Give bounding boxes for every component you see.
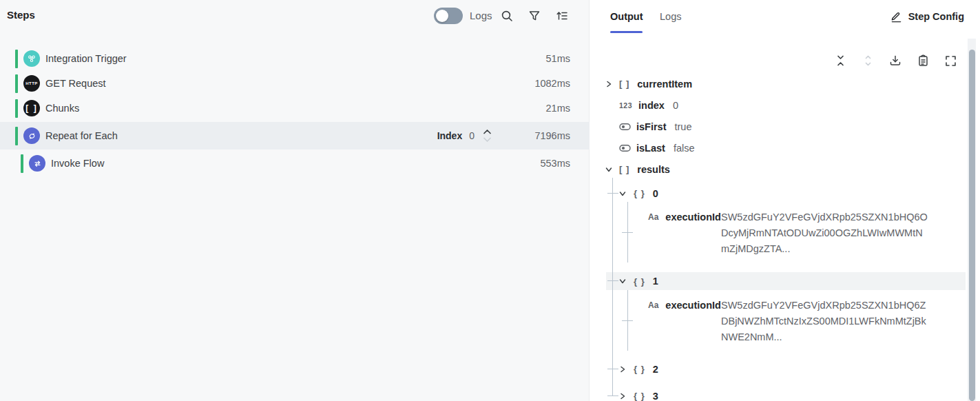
boolean-type-icon [619, 121, 631, 132]
tree-row-result-3[interactable]: { } 3 [590, 387, 658, 401]
object-type-icon: { } [634, 188, 645, 198]
tree-key: 2 [653, 364, 658, 375]
http-icon: HTTP [23, 75, 40, 92]
step-status-bar [21, 154, 23, 173]
fullscreen-icon[interactable] [944, 54, 957, 67]
tree-row-highlight [606, 272, 966, 290]
array-type-icon: [ ] [619, 164, 629, 174]
tree-key: 3 [653, 391, 658, 401]
tree-row-executionId-1[interactable]: Aa executionId SW5zdGFuY2VFeGVjdXRpb25SZ… [590, 298, 721, 345]
index-decrement-icon[interactable] [483, 137, 492, 143]
tree-key: currentItem [637, 79, 692, 90]
tree-row-result-2[interactable]: { } 2 [590, 360, 658, 378]
step-name: Integration Trigger [45, 53, 127, 64]
tree-row-index[interactable]: 123 index 0 [590, 96, 678, 114]
step-name: Repeat for Each [45, 130, 118, 141]
chevron-right-icon[interactable] [618, 392, 626, 400]
number-type-icon: 123 [619, 101, 632, 110]
tree-row-result-0[interactable]: { } 0 [590, 185, 658, 202]
tree-key: results [637, 164, 670, 175]
step-config-label: Step Config [908, 11, 964, 22]
object-type-icon: { } [634, 276, 645, 287]
tree-row-executionId-0[interactable]: Aa executionId SW5zdGFuY2VFeGVjdXRpb25SZ… [590, 209, 721, 257]
tree-row-isLast[interactable]: isLast false [590, 139, 695, 156]
index-label: Index [437, 130, 463, 141]
tree-value: 0 [673, 100, 678, 111]
brackets-icon-glyph: [ ] [25, 103, 37, 114]
tree-row-currentItem[interactable]: [ ] currentItem [590, 75, 692, 92]
output-panel: Output Logs Step Config [590, 0, 980, 401]
chevron-right-icon[interactable] [618, 365, 626, 373]
step-status-bar [15, 74, 18, 93]
tree-key: isFirst [636, 121, 667, 132]
integration-trigger-icon [23, 50, 40, 67]
step-row-repeat-for-each[interactable]: Repeat for Each Index 0 7196ms [0, 122, 590, 150]
tab-output[interactable]: Output [610, 0, 643, 33]
brackets-icon: [ ] [23, 100, 40, 116]
tree-key: index [638, 100, 665, 111]
step-name: GET Request [45, 78, 106, 89]
chevron-down-icon[interactable] [605, 165, 612, 173]
array-type-icon: [ ] [619, 79, 629, 89]
step-duration: 21ms [515, 103, 570, 114]
http-icon-label: HTTP [25, 81, 37, 85]
json-viewer-toolbar [834, 54, 957, 67]
collapse-all-icon[interactable] [834, 54, 846, 67]
step-status-bar [15, 50, 18, 68]
clipboard-copy-icon[interactable] [917, 54, 929, 67]
tree-value: true [675, 121, 692, 132]
step-row-invoke-flow[interactable]: Invoke Flow 553ms [0, 151, 590, 176]
tree-row-isFirst[interactable]: isFirst true [590, 118, 692, 135]
step-row-integration-trigger[interactable]: Integration Trigger 51ms [0, 46, 590, 71]
index-increment-icon[interactable] [483, 129, 492, 134]
string-type-icon: Aa [648, 212, 658, 222]
tree-row-results[interactable]: [ ] results [590, 161, 670, 178]
steps-panel-title: Steps [7, 9, 35, 21]
tab-logs[interactable]: Logs [660, 0, 681, 33]
step-name: Invoke Flow [51, 158, 104, 169]
step-status-bar [15, 127, 18, 145]
workflow-run-view: Steps Logs Integration Trigger 51ms [0, 0, 980, 401]
expand-all-icon[interactable] [862, 54, 874, 67]
active-tab-underline [610, 31, 643, 33]
tree-row-result-1[interactable]: { } 1 [590, 272, 658, 290]
download-icon[interactable] [889, 54, 901, 67]
logs-toggle-knob [436, 10, 448, 22]
step-duration: 1082ms [515, 78, 570, 89]
tree-value: false [674, 143, 695, 154]
scrollbar-thumb[interactable] [969, 50, 975, 401]
object-type-icon: { } [634, 364, 645, 374]
steps-panel: Steps Logs Integration Trigger 51ms [0, 0, 590, 401]
search-icon[interactable] [500, 9, 514, 23]
logs-toggle[interactable] [434, 8, 463, 24]
tree-key: isLast [636, 143, 665, 154]
swap-arrows-icon [29, 155, 45, 172]
tree-key: executionId [665, 209, 721, 225]
object-type-icon: { } [634, 391, 645, 401]
logs-toggle-label: Logs [470, 10, 492, 21]
tree-value: SW5zdGFuY2VFeGVjdXRpb25SZXN1bHQ6ODcyMjRm… [721, 209, 930, 257]
step-name: Chunks [45, 103, 79, 114]
chevron-right-icon[interactable] [605, 80, 612, 88]
chevron-down-icon[interactable] [618, 189, 626, 197]
step-row-get-request[interactable]: HTTP GET Request 1082ms [0, 71, 590, 96]
tree-key: 0 [653, 188, 658, 199]
tree-key: 1 [653, 276, 658, 287]
string-type-icon: Aa [648, 300, 658, 310]
sort-line-spacing-icon[interactable] [555, 9, 569, 23]
loop-icon [23, 127, 40, 144]
filter-icon[interactable] [528, 9, 541, 23]
chevron-down-icon[interactable] [618, 278, 626, 285]
step-duration: 553ms [515, 158, 570, 169]
boolean-type-icon [619, 142, 631, 154]
index-stepper: Index 0 [437, 129, 492, 143]
step-config-button[interactable]: Step Config [890, 8, 964, 25]
step-duration: 51ms [515, 53, 570, 64]
step-row-chunks[interactable]: [ ] Chunks 21ms [0, 96, 590, 121]
tree-value: SW5zdGFuY2VFeGVjdXRpb25SZXN1bHQ6ZDBjNWZh… [721, 298, 930, 345]
tree-key: executionId [665, 298, 721, 313]
index-value: 0 [469, 130, 475, 141]
edit-pencil-icon [890, 11, 902, 23]
step-duration: 7196ms [515, 130, 570, 141]
steps-panel-header: Steps Logs [0, 0, 589, 32]
